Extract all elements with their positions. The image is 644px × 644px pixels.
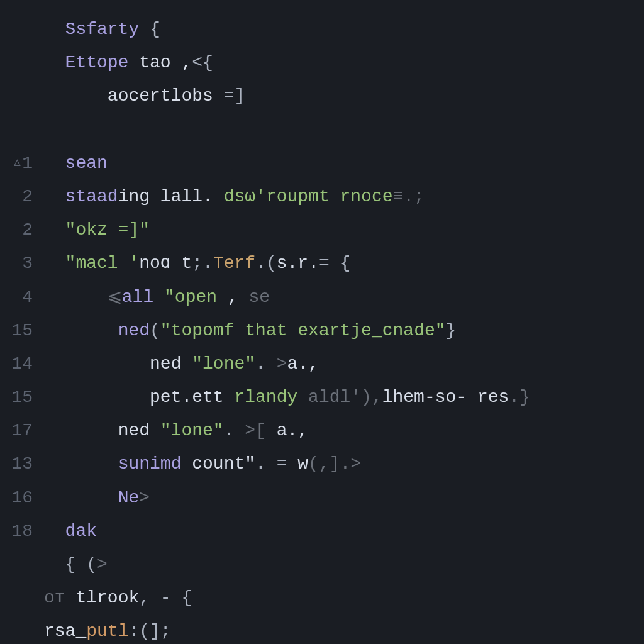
code-line[interactable]: rsa_putl:(]; xyxy=(0,614,644,644)
token: "lone" xyxy=(192,354,255,374)
line-number: 4 xyxy=(0,280,44,314)
token: ned xyxy=(150,354,192,374)
token: > xyxy=(139,488,150,508)
token: Ssfarty xyxy=(65,19,140,39)
code-line[interactable]: oт tlrook, - { xyxy=(0,581,644,614)
code-content[interactable] xyxy=(44,113,65,147)
token: s.r. xyxy=(277,253,319,273)
code-line[interactable]: 18 dak xyxy=(0,514,644,548)
token: ned xyxy=(108,321,150,340)
line-number: 2 xyxy=(0,213,44,247)
code-line[interactable]: 2 "okz =]" xyxy=(0,213,644,247)
code-line[interactable]: 16 Ne> xyxy=(0,481,644,514)
code-line[interactable] xyxy=(0,113,644,147)
token: ≡.; xyxy=(393,187,425,206)
fold-triangle-icon[interactable]: ▽ xyxy=(14,152,21,174)
token: = { xyxy=(319,253,350,273)
line-number: ▽1 xyxy=(0,147,44,180)
token: sunimd xyxy=(108,454,192,474)
token: noɑ t xyxy=(139,253,192,273)
token: . xyxy=(224,421,245,440)
line-number: 2 xyxy=(0,180,44,213)
token: { ( xyxy=(65,555,97,574)
token: w xyxy=(287,454,309,474)
token: dsω xyxy=(224,187,255,206)
code-line[interactable]: 17 ned "lone". >[ a., xyxy=(0,414,644,447)
code-line[interactable]: aocertlobs =] xyxy=(0,79,644,113)
token: count" xyxy=(192,454,255,474)
token: { xyxy=(139,19,160,39)
code-content[interactable]: sunimd count". = w(,].> xyxy=(44,447,361,480)
token: ing lall. xyxy=(118,187,224,206)
token: oт xyxy=(44,588,75,608)
code-line[interactable]: ▽1 sean xyxy=(0,147,644,180)
code-content[interactable]: aocertlobs =] xyxy=(44,79,245,113)
code-line[interactable]: 4 ⩽all "open , se xyxy=(0,280,644,314)
token: putl xyxy=(86,621,128,641)
code-line[interactable]: 3 "macl 'noɑ t;.Terf.(s.r.= { xyxy=(0,247,644,280)
code-line[interactable]: Ettope tao ,<{ xyxy=(0,46,644,79)
code-line[interactable]: 15 ned("topomf that exartje_cnade"} xyxy=(0,314,644,347)
line-number: 15 xyxy=(0,380,44,414)
code-editor[interactable]: Ssfarty { Ettope tao ,<{ aocertlobs =] ▽… xyxy=(0,0,644,644)
token: =] xyxy=(213,86,245,106)
code-content[interactable]: { (> xyxy=(44,548,108,581)
line-number: 15 xyxy=(0,314,44,347)
code-content[interactable]: oт tlrook, - { xyxy=(44,581,192,614)
token: . xyxy=(255,354,277,374)
code-line[interactable]: { (> xyxy=(0,548,644,581)
token: "open xyxy=(164,287,217,307)
token: ;. xyxy=(192,253,213,273)
token: "topomf that exartje_cnade" xyxy=(160,321,446,340)
code-content[interactable]: rsa_putl:(]; xyxy=(44,614,171,644)
token: } xyxy=(446,321,457,340)
code-content[interactable]: Ettope tao ,<{ xyxy=(44,46,213,79)
line-number: 13 xyxy=(0,447,44,480)
token: , - { xyxy=(139,588,192,608)
code-content[interactable]: ned("topomf that exartje_cnade"} xyxy=(44,314,456,347)
line-number: 16 xyxy=(0,481,44,514)
code-content[interactable]: Ne> xyxy=(44,481,150,514)
code-line[interactable]: 15 pet.ett rlandy aldl'),lhem-so- res.} xyxy=(0,380,644,414)
token: (,]. xyxy=(308,454,350,474)
token: > xyxy=(277,354,287,374)
token: sean xyxy=(65,153,108,173)
code-content[interactable]: ned "lone". >[ a., xyxy=(44,414,308,447)
token: > xyxy=(97,555,108,574)
token: ned xyxy=(108,421,160,440)
code-content[interactable]: "okz =]" xyxy=(44,213,150,247)
token: dak xyxy=(65,521,97,541)
token: staad xyxy=(65,187,118,206)
code-content[interactable]: ned "lone". >a., xyxy=(44,347,319,380)
code-line[interactable]: 2 staading lall. dsω'roupmt rnoce≡.; xyxy=(0,180,644,213)
token: all xyxy=(122,287,164,307)
token: se xyxy=(248,287,270,307)
token: > xyxy=(350,454,361,474)
code-content[interactable]: "macl 'noɑ t;.Terf.(s.r.= { xyxy=(44,247,350,280)
line-number: 14 xyxy=(0,347,44,380)
token: .( xyxy=(255,253,277,273)
token: Terf xyxy=(213,253,255,273)
line-number: 18 xyxy=(0,514,44,548)
token: "lone" xyxy=(160,421,224,440)
code-content[interactable]: dak xyxy=(44,514,97,548)
token: "macl ' xyxy=(65,253,140,273)
code-line[interactable]: 13 sunimd count". = w(,].> xyxy=(0,447,644,480)
code-line[interactable]: 14 ned "lone". >a., xyxy=(0,347,644,380)
token: :(]; xyxy=(128,621,170,641)
token: lhem-so- res xyxy=(382,387,509,407)
code-content[interactable]: ⩽all "open , se xyxy=(44,280,270,314)
token: tao , xyxy=(128,53,192,72)
code-content[interactable]: sean xyxy=(44,147,108,180)
token: .} xyxy=(509,387,530,407)
code-content[interactable]: pet.ett rlandy aldl'),lhem-so- res.} xyxy=(44,380,530,414)
token: ( xyxy=(150,321,160,340)
code-content[interactable]: Ssfarty { xyxy=(44,13,160,46)
token: rlandy xyxy=(234,387,297,407)
token: aocertlobs xyxy=(108,86,213,106)
token: <{ xyxy=(192,53,213,72)
code-line[interactable]: Ssfarty { xyxy=(0,13,644,46)
code-content[interactable]: staading lall. dsω'roupmt rnoce≡.; xyxy=(44,180,425,213)
token: aldl'), xyxy=(297,387,382,407)
line-number: 3 xyxy=(0,247,44,280)
